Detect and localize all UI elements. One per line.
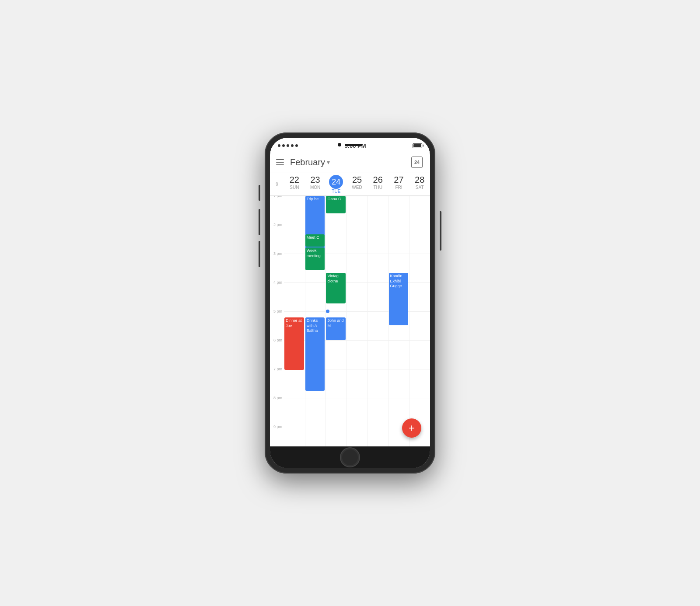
event-john[interactable]: John and M: [326, 317, 346, 340]
volume-down-button[interactable]: [259, 241, 260, 267]
month-label: February: [290, 157, 325, 167]
month-selector[interactable]: February ▾: [290, 157, 410, 167]
calendar-body[interactable]: 1 pm2 pm3 pm4 pm5 pm6 pm7 pm8 pm9 pm Tri…: [270, 196, 430, 446]
time-label-8pm: 8 pm: [273, 396, 282, 400]
time-label-6pm: 6 pm: [273, 338, 282, 342]
day-header-thu[interactable]: 26Thu: [368, 173, 388, 195]
time-label-5pm: 5 pm: [273, 309, 282, 313]
today-button[interactable]: 24: [410, 155, 424, 169]
event-vintage[interactable]: Vintag clothe: [326, 273, 346, 303]
status-right: [413, 143, 422, 148]
day-header-tue[interactable]: 24Tue: [326, 173, 346, 195]
app-screen: 5:00 PM February ▾: [270, 138, 430, 468]
event-oana[interactable]: Oana C: [326, 196, 346, 213]
home-bar: [270, 446, 430, 468]
power-button[interactable]: [440, 211, 441, 251]
event-weekly[interactable]: Weekl meeting: [305, 247, 325, 270]
week-number: 9: [270, 173, 284, 195]
time-column: 1 pm2 pm3 pm4 pm5 pm6 pm7 pm8 pm9 pm: [270, 196, 284, 446]
time-label-1pm: 1 pm: [273, 196, 282, 198]
day-header-sat[interactable]: 28Sat: [409, 173, 430, 195]
week-days-header: 22Sun23Mon24Tue25Wed26Thu27Fri28Sat: [284, 173, 430, 195]
volume-up-button[interactable]: [259, 209, 260, 235]
event-meet[interactable]: Meet C: [305, 234, 325, 247]
phone-screen: 5:00 PM February ▾: [270, 138, 430, 468]
time-label-4pm: 4 pm: [273, 280, 282, 285]
day-col-6: [409, 196, 430, 446]
volume-mute-button[interactable]: [259, 185, 260, 201]
hamburger-line: [276, 164, 284, 165]
app-header: February ▾ 24: [270, 152, 430, 173]
phone-device: 5:00 PM February ▾: [265, 132, 435, 474]
day-header-wed[interactable]: 25Wed: [346, 173, 368, 195]
notch: [338, 143, 362, 146]
time-label-7pm: 7 pm: [273, 367, 282, 371]
battery-fill: [413, 144, 421, 147]
plus-icon: +: [409, 423, 415, 433]
battery-icon: [413, 143, 422, 148]
menu-button[interactable]: [276, 159, 284, 165]
hamburger-line: [276, 162, 284, 163]
front-camera: [338, 143, 341, 146]
day-header-mon[interactable]: 23Mon: [305, 173, 326, 195]
speaker: [345, 144, 362, 146]
event-drinks[interactable]: Drinks with A Baltha: [305, 317, 325, 391]
chevron-down-icon: ▾: [327, 159, 330, 166]
week-header: 9 22Sun23Mon24Tue25Wed26Thu27Fri28Sat: [270, 173, 430, 196]
signal-indicator: [278, 144, 298, 147]
day-header-sun[interactable]: 22Sun: [284, 173, 305, 195]
grid-area: Trip heOana CMeet CWeekl meetingVintag c…: [284, 196, 430, 446]
time-label-9pm: 9 pm: [273, 425, 282, 429]
day-col-3: [346, 196, 368, 446]
home-button[interactable]: [340, 447, 360, 467]
time-label-3pm: 3 pm: [273, 251, 282, 256]
add-event-button[interactable]: +: [402, 418, 421, 438]
time-label-2pm: 2 pm: [273, 223, 282, 227]
day-col-4: [368, 196, 388, 446]
hamburger-line: [276, 159, 284, 160]
event-kandinsky[interactable]: Kandin Exhibi Gugge: [389, 273, 409, 325]
calendar-icon: 24: [411, 157, 423, 168]
event-dinner[interactable]: Dinner at Joe: [284, 317, 304, 370]
day-header-fri[interactable]: 27Fri: [388, 173, 410, 195]
